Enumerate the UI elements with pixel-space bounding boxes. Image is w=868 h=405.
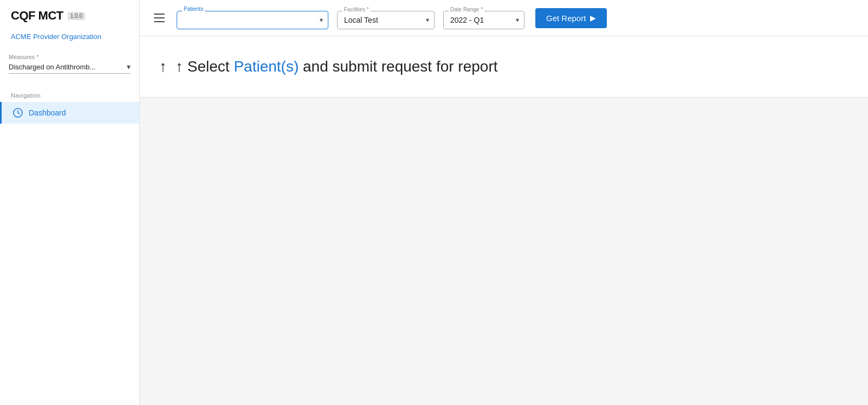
svg-rect-2 xyxy=(154,17,165,18)
sidebar-header: CQF MCT 1.0.0 xyxy=(0,0,139,29)
org-name-link[interactable]: ACME Provider Organization xyxy=(0,29,139,49)
patients-field-wrapper: Patients ▾ xyxy=(177,11,328,29)
measures-chevron-icon: ▾ xyxy=(127,62,131,71)
svg-rect-3 xyxy=(154,21,165,22)
get-report-label: Get Report xyxy=(546,14,586,23)
patients-label: Patients xyxy=(182,7,205,12)
nav-section: Navigation Dashboard xyxy=(0,82,139,124)
app-title-text: CQF MCT xyxy=(11,9,63,23)
main-content: Patients ▾ Facilities * Local Test Remot… xyxy=(140,0,868,405)
prompt-arrow-icon: ↑ xyxy=(159,58,167,75)
content-area: ↑ ↑ Select Patient(s) and submit request… xyxy=(140,36,868,405)
date-range-select[interactable]: 2022 - Q1 2022 - Q2 2022 - Q3 2022 - Q4 xyxy=(443,11,524,29)
menu-icon-button[interactable] xyxy=(151,11,168,24)
sidebar-item-dashboard-label: Dashboard xyxy=(29,108,66,117)
nav-label: Navigation xyxy=(0,87,139,102)
facilities-label: Facilities * xyxy=(342,7,371,12)
date-range-field-wrapper: Date Range * 2022 - Q1 2022 - Q2 2022 - … xyxy=(443,11,524,29)
sidebar: CQF MCT 1.0.0 ACME Provider Organization… xyxy=(0,0,140,405)
measures-value: Discharged on Antithromb... xyxy=(9,63,127,71)
measures-section: Measures * Discharged on Antithromb... ▾ xyxy=(0,49,139,82)
prompt-prefix: ↑ Select xyxy=(176,58,234,75)
prompt-message: ↑ Select Patient(s) and submit request f… xyxy=(176,58,498,75)
facilities-field-wrapper: Facilities * Local Test Remote ▾ xyxy=(337,11,435,29)
version-badge: 1.0.0 xyxy=(68,12,85,20)
prompt-suffix: and submit request for report xyxy=(299,58,497,75)
facilities-select[interactable]: Local Test Remote xyxy=(337,11,435,29)
svg-rect-1 xyxy=(154,14,165,15)
date-range-label: Date Range * xyxy=(449,7,484,12)
get-report-button[interactable]: Get Report ▶ xyxy=(535,8,607,28)
measures-select[interactable]: Discharged on Antithromb... ▾ xyxy=(9,62,131,74)
dashboard-icon xyxy=(12,107,23,118)
measures-label: Measures * xyxy=(9,54,131,60)
get-report-arrow-icon: ▶ xyxy=(590,14,596,22)
patients-select[interactable] xyxy=(177,11,328,29)
sidebar-item-dashboard[interactable]: Dashboard xyxy=(0,102,139,124)
toolbar: Patients ▾ Facilities * Local Test Remot… xyxy=(140,0,868,36)
app-title: CQF MCT 1.0.0 xyxy=(11,9,128,23)
prompt-card: ↑ ↑ Select Patient(s) and submit request… xyxy=(140,36,868,98)
prompt-highlight: Patient(s) xyxy=(234,58,299,75)
